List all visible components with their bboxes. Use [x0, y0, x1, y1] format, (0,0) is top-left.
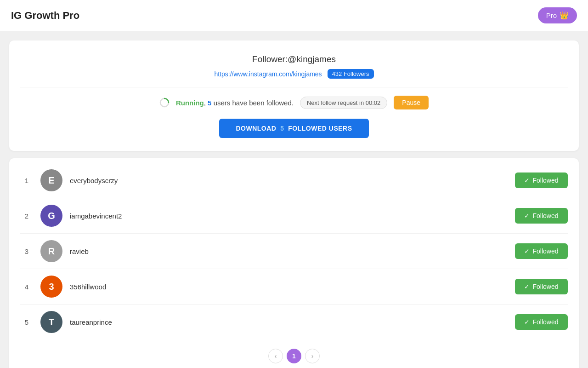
follower-link-row: https://www.instagram.com/kingjames 432 …: [20, 69, 568, 79]
username: iamgabevincent2: [70, 212, 508, 220]
item-number: 5: [20, 318, 33, 326]
download-count: 5: [280, 125, 284, 132]
spinner-icon: [159, 98, 170, 108]
checkmark-icon: ✓: [524, 247, 530, 255]
item-number: 3: [20, 247, 33, 255]
avatar: 3: [40, 276, 62, 298]
download-suffix: FOLLOWED USERS: [288, 125, 352, 132]
status-count: 5: [208, 99, 211, 107]
list-item: 4 3 356hillwood ✓ Followed: [20, 269, 568, 305]
followed-button[interactable]: ✓ Followed: [515, 279, 568, 294]
prev-page-button[interactable]: ‹: [268, 349, 283, 363]
followed-label: Followed: [532, 283, 558, 290]
status-suffix: users have been followed.: [214, 99, 294, 107]
app-title: IG Growth Pro: [11, 10, 79, 22]
user-list: 1 E everybodyscrzy ✓ Followed 2 G iamgab…: [20, 163, 568, 339]
status-text: Running, 5 users have been followed.: [176, 99, 294, 107]
avatar: E: [40, 169, 62, 191]
item-number: 1: [20, 177, 33, 184]
download-label: DOWNLOAD: [236, 125, 276, 132]
checkmark-icon: ✓: [524, 283, 530, 290]
followers-badge: 432 Followers: [328, 69, 374, 79]
item-number: 4: [20, 283, 33, 291]
divider: [20, 87, 568, 87]
pro-label: Pro: [546, 12, 557, 19]
follower-title: Follower:@kingjames: [20, 54, 568, 64]
header: IG Growth Pro Pro 👑: [0, 0, 588, 31]
main-card: Follower:@kingjames https://www.instagra…: [9, 40, 579, 151]
checkmark-icon: ✓: [524, 212, 530, 219]
pro-button[interactable]: Pro 👑: [538, 7, 577, 23]
avatar: G: [40, 205, 62, 227]
username: ravieb: [70, 247, 508, 255]
username: 356hillwood: [70, 283, 508, 291]
pause-button[interactable]: Pause: [394, 96, 429, 109]
status-row: Running, 5 users have been followed. Nex…: [20, 96, 568, 109]
followed-button[interactable]: ✓ Followed: [515, 314, 568, 330]
user-list-card: 1 E everybodyscrzy ✓ Followed 2 G iamgab…: [9, 158, 579, 368]
username: everybodyscrzy: [70, 177, 508, 184]
avatar: R: [40, 240, 62, 262]
followed-label: Followed: [532, 177, 558, 184]
checkmark-icon: ✓: [524, 177, 530, 184]
next-follow-badge: Next follow request in 00:02: [300, 97, 387, 109]
crown-icon: 👑: [560, 11, 569, 20]
followed-label: Followed: [532, 212, 558, 219]
list-item: 5 T taureanprince ✓ Followed: [20, 305, 568, 339]
checkmark-icon: ✓: [524, 318, 530, 326]
followed-label: Followed: [532, 247, 558, 255]
followed-button[interactable]: ✓ Followed: [515, 243, 568, 259]
username: taureanprince: [70, 318, 508, 326]
item-number: 2: [20, 212, 33, 220]
list-item: 2 G iamgabevincent2 ✓ Followed: [20, 198, 568, 234]
followed-label: Followed: [532, 318, 558, 326]
followed-button[interactable]: ✓ Followed: [515, 208, 568, 224]
download-button[interactable]: DOWNLOAD 5 FOLLOWED USERS: [219, 119, 368, 138]
running-label: Running: [176, 99, 204, 107]
list-item: 3 R ravieb ✓ Followed: [20, 234, 568, 269]
pagination: ‹ 1 ›: [20, 349, 568, 363]
followed-button[interactable]: ✓ Followed: [515, 172, 568, 188]
current-page[interactable]: 1: [287, 349, 301, 363]
avatar: T: [40, 311, 62, 333]
next-page-button[interactable]: ›: [305, 349, 320, 363]
list-item: 1 E everybodyscrzy ✓ Followed: [20, 163, 568, 198]
ig-link[interactable]: https://www.instagram.com/kingjames: [214, 70, 322, 78]
